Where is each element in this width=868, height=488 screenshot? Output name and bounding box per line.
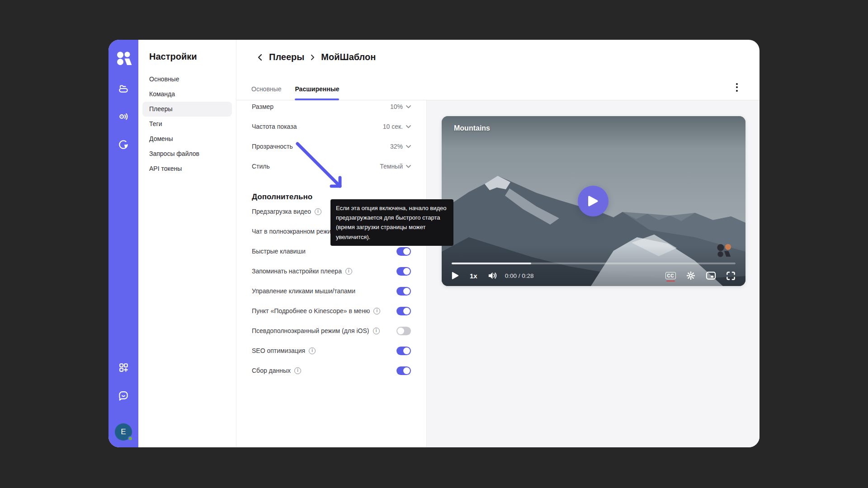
tab-bar: Основные Расширенные (236, 75, 760, 100)
setting-select[interactable]: 10% (390, 103, 411, 110)
toggle-switch[interactable] (396, 287, 411, 296)
player-preview-area: Mountains (427, 100, 760, 447)
toggle-switch[interactable] (396, 307, 411, 315)
back-chevron-icon[interactable] (257, 53, 263, 61)
chevron-down-icon (406, 145, 411, 148)
setting-label: Прозрачность (252, 143, 293, 150)
setting-select[interactable]: 10 сек. (383, 123, 411, 130)
toggle-switch[interactable] (396, 327, 411, 335)
breadcrumb: Плееры МойШаблон (236, 40, 760, 75)
toggle-row-data-collection: Сбор данныхi (252, 361, 411, 380)
buffered-segment (452, 263, 531, 264)
tab-rasshirennye[interactable]: Расширенные (295, 85, 339, 100)
sidebar-item-komanda[interactable]: Команда (142, 87, 232, 102)
chevron-down-icon (406, 125, 411, 128)
info-icon[interactable]: i (315, 208, 321, 215)
setting-select[interactable]: Темный (380, 163, 411, 170)
toggle-label: Чат в полноэкранном режиме (252, 228, 339, 235)
sidebar-list: Основные Команда Плееры Теги Домены Запр… (138, 72, 236, 176)
setting-value: 10 сек. (383, 123, 403, 130)
online-status-dot (128, 436, 133, 441)
breadcrumb-current: МойШаблон (321, 52, 376, 62)
sidebar-item-tegi[interactable]: Теги (142, 117, 232, 131)
support-chat-icon[interactable] (114, 386, 132, 404)
sidebar-item-api-tokeny[interactable]: API токены (142, 161, 232, 176)
toggle-switch[interactable] (396, 247, 411, 256)
main-content: Плееры МойШаблон Основные Расширенные Ра… (236, 40, 760, 447)
settings-gear-icon[interactable] (686, 271, 696, 281)
video-library-icon[interactable] (114, 80, 132, 98)
live-stream-icon[interactable] (114, 108, 132, 126)
setting-row-stil: Стиль Темный (252, 156, 411, 176)
player-controls: 1x 0:00 / 0:28 (442, 258, 745, 286)
toggle-switch[interactable] (396, 366, 411, 375)
setting-label: Частота показа (252, 123, 297, 130)
chevron-down-icon (406, 165, 411, 168)
setting-row-prozrachnost: Прозрачность 32% (252, 136, 411, 156)
icon-rail: E (108, 40, 138, 447)
info-icon[interactable]: i (345, 268, 352, 275)
sidebar-item-pleery[interactable]: Плееры (142, 102, 232, 117)
recordings-icon[interactable] (114, 136, 132, 154)
toggle-row-seo: SEO оптимизацияi (252, 341, 411, 361)
avatar[interactable]: E (115, 423, 132, 441)
breadcrumb-separator-icon (310, 54, 315, 61)
progress-bar[interactable] (452, 263, 736, 264)
setting-value: 10% (390, 103, 403, 110)
toggle-label: Пункт «Подробнее о Kinescope» в меню (252, 307, 370, 314)
kinescope-logo-icon[interactable] (114, 50, 132, 68)
tab-osnovnye[interactable]: Основные (251, 85, 281, 100)
settings-sidebar: Настройки Основные Команда Плееры Теги Д… (138, 40, 236, 447)
info-icon[interactable]: i (294, 367, 301, 374)
sidebar-item-zaprosy-failov[interactable]: Запросы файлов (142, 146, 232, 161)
pip-icon[interactable] (706, 271, 716, 280)
toggle-label: Управление кликами мыши/тапами (252, 287, 355, 295)
apps-add-icon[interactable] (114, 358, 132, 376)
setting-label: Размер (252, 103, 274, 110)
setting-select[interactable]: 32% (390, 143, 411, 150)
sidebar-item-osnovnye[interactable]: Основные (142, 72, 232, 87)
play-icon[interactable] (452, 272, 459, 280)
toggle-label: Сбор данных (252, 367, 291, 374)
setting-value: 32% (390, 143, 403, 150)
setting-value: Темный (380, 163, 403, 170)
big-play-button[interactable] (578, 186, 609, 216)
fullscreen-icon[interactable] (726, 271, 736, 281)
volume-icon[interactable] (487, 271, 498, 280)
video-title: Mountains (454, 124, 490, 132)
playback-speed[interactable]: 1x (470, 272, 477, 280)
setting-row-chastota: Частота показа 10 сек. (252, 117, 411, 136)
sidebar-title: Настройки (138, 52, 236, 72)
video-player[interactable]: Mountains (442, 116, 745, 286)
toggle-row-pseudo-fullscreen: Псевдополноэкранный режим (для iOS)i (252, 321, 411, 341)
toggle-switch[interactable] (396, 267, 411, 276)
info-icon[interactable]: i (373, 328, 380, 334)
content-body: Размер 10% Частота показа 10 сек. Прозра… (236, 100, 760, 447)
toggle-label: Быстрые клавиши (252, 248, 306, 255)
tooltip-text: Если эта опция включена, начало видео пр… (336, 205, 446, 240)
breadcrumb-parent[interactable]: Плееры (269, 52, 304, 62)
toggle-row-remember-settings: Запоминать настройки плеераi (252, 261, 411, 281)
toggle-label: Предзагрузка видео (252, 208, 311, 215)
time-display: 0:00 / 0:28 (505, 272, 534, 279)
setting-label: Стиль (252, 163, 270, 170)
player-settings-panel: Размер 10% Частота показа 10 сек. Прозра… (236, 100, 427, 447)
app-window: E Настройки Основные Команда Плееры Теги… (108, 40, 760, 447)
chevron-down-icon (406, 105, 411, 108)
captions-icon[interactable]: CC (665, 272, 676, 279)
avatar-initial: E (121, 427, 126, 436)
tooltip: Если эта опция включена, начало видео пр… (330, 199, 453, 246)
toggle-switch[interactable] (396, 347, 411, 355)
toggle-label: Запоминать настройки плеера (252, 267, 342, 275)
info-icon[interactable]: i (309, 347, 316, 354)
toggle-row-about-kinescope: Пункт «Подробнее о Kinescope» в менюi (252, 301, 411, 321)
toggle-row-click-control: Управление кликами мыши/тапамиi (252, 281, 411, 301)
toggle-label: SEO оптимизация (252, 347, 305, 354)
sidebar-item-domeny[interactable]: Домены (142, 131, 232, 146)
kebab-menu-icon[interactable] (731, 81, 743, 94)
kinescope-watermark-logo-icon (716, 244, 732, 258)
toggle-label: Псевдополноэкранный режим (для iOS) (252, 327, 369, 334)
info-icon[interactable]: i (373, 308, 380, 314)
